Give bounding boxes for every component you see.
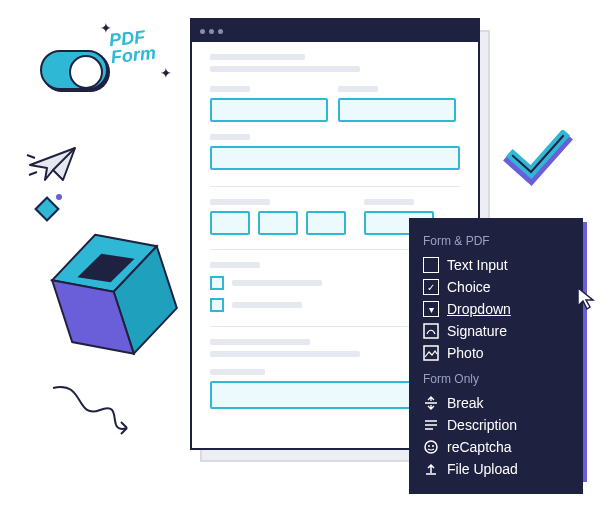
sparkle-icon: ✦ xyxy=(160,65,172,81)
field-type-menu: Form & PDF Text Input ✓ Choice ▾ Dropdow… xyxy=(409,218,583,494)
photo-icon xyxy=(423,345,439,361)
menu-item-label: Description xyxy=(447,417,517,433)
toggle-decor xyxy=(40,50,108,90)
menu-item-label: Choice xyxy=(447,279,491,295)
diamond-decor xyxy=(38,200,60,222)
small-field[interactable] xyxy=(258,211,298,235)
text-field[interactable] xyxy=(210,146,460,170)
paperplane-icon xyxy=(25,140,85,190)
cube-decor xyxy=(37,208,204,381)
window-titlebar xyxy=(192,20,478,42)
menu-item-photo[interactable]: Photo xyxy=(423,342,569,364)
break-icon xyxy=(423,395,439,411)
pdf-form-badge: PDF Form xyxy=(108,28,156,67)
text-field[interactable] xyxy=(338,98,456,122)
choice-label-placeholder xyxy=(232,280,322,286)
placeholder-line xyxy=(210,351,360,357)
signature-icon xyxy=(423,323,439,339)
field-label-placeholder xyxy=(338,86,378,92)
squiggle-decor xyxy=(45,380,135,440)
small-field[interactable] xyxy=(210,211,250,235)
svg-point-6 xyxy=(425,441,437,453)
checkmark-decor xyxy=(503,130,573,190)
menu-item-signature[interactable]: Signature xyxy=(423,320,569,342)
menu-item-file-upload[interactable]: File Upload xyxy=(423,458,569,480)
placeholder-line xyxy=(210,339,310,345)
dropdown-icon: ▾ xyxy=(423,301,439,317)
field-label-placeholder xyxy=(210,369,265,375)
recaptcha-icon xyxy=(423,439,439,455)
field-label-placeholder xyxy=(210,199,270,205)
menu-item-choice[interactable]: ✓ Choice xyxy=(423,276,569,298)
menu-item-recaptcha[interactable]: reCaptcha xyxy=(423,436,569,458)
svg-point-8 xyxy=(432,445,434,447)
checkbox[interactable] xyxy=(210,276,224,290)
menu-item-label: File Upload xyxy=(447,461,518,477)
choice-icon: ✓ xyxy=(423,279,439,295)
menu-item-label: Break xyxy=(447,395,484,411)
menu-item-text-input[interactable]: Text Input xyxy=(423,254,569,276)
text-field[interactable] xyxy=(210,98,328,122)
menu-item-description[interactable]: Description xyxy=(423,414,569,436)
svg-point-7 xyxy=(428,445,430,447)
field-label-placeholder xyxy=(210,134,250,140)
field-label-placeholder xyxy=(210,262,260,268)
menu-item-label: Dropdown xyxy=(447,301,511,317)
menu-item-label: Photo xyxy=(447,345,484,361)
placeholder-line xyxy=(210,66,360,72)
text-input-icon xyxy=(423,257,439,273)
menu-section-header: Form Only xyxy=(423,372,569,386)
menu-item-dropdown[interactable]: ▾ Dropdown xyxy=(423,298,569,320)
small-field[interactable] xyxy=(306,211,346,235)
menu-item-break[interactable]: Break xyxy=(423,392,569,414)
description-icon xyxy=(423,417,439,433)
placeholder-line xyxy=(210,54,305,60)
menu-section-header: Form & PDF xyxy=(423,234,569,248)
checkbox[interactable] xyxy=(210,298,224,312)
choice-label-placeholder xyxy=(232,302,302,308)
divider xyxy=(210,186,460,187)
field-label-placeholder xyxy=(210,86,250,92)
menu-item-label: reCaptcha xyxy=(447,439,512,455)
file-upload-icon xyxy=(423,461,439,477)
menu-item-label: Text Input xyxy=(447,257,508,273)
svg-rect-4 xyxy=(424,324,438,338)
field-label-placeholder xyxy=(364,199,414,205)
menu-item-label: Signature xyxy=(447,323,507,339)
